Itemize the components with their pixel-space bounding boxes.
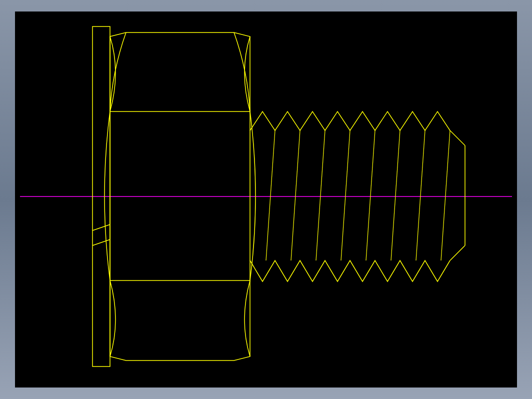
thread-helix-4 bbox=[341, 130, 350, 260]
thread-top-crests bbox=[250, 112, 450, 130]
thread-bottom-crests bbox=[250, 260, 450, 282]
washer-split-bottom bbox=[92, 240, 110, 246]
thread-helix-6 bbox=[391, 130, 400, 260]
thread-helix-5 bbox=[366, 130, 375, 260]
thread-helix-8 bbox=[441, 130, 450, 260]
cad-drawing-svg bbox=[15, 12, 517, 388]
nut-arc-hidden2 bbox=[126, 32, 234, 38]
x bbox=[110, 99, 180, 112]
nut-bot-right-arc bbox=[244, 280, 250, 356]
thread-end-chamfer-top bbox=[450, 130, 465, 146]
thread-end-chamfer-bottom bbox=[450, 246, 465, 260]
nut-arc-hidden bbox=[110, 102, 250, 112]
x2 bbox=[110, 32, 133, 112]
thread-helix-2 bbox=[291, 130, 300, 260]
nut-middle-left-arc bbox=[104, 112, 110, 280]
cad-canvas bbox=[15, 12, 517, 388]
thread-helix-1 bbox=[266, 130, 275, 260]
h bbox=[450, 116, 459, 130]
x3 bbox=[126, 32, 234, 73]
nut-middle-right-arc bbox=[250, 112, 256, 280]
washer-split-top bbox=[92, 224, 110, 230]
thread-helix-3 bbox=[316, 130, 325, 260]
thread-helix-7 bbox=[416, 130, 425, 260]
nut-bot-left-arc bbox=[110, 280, 116, 356]
